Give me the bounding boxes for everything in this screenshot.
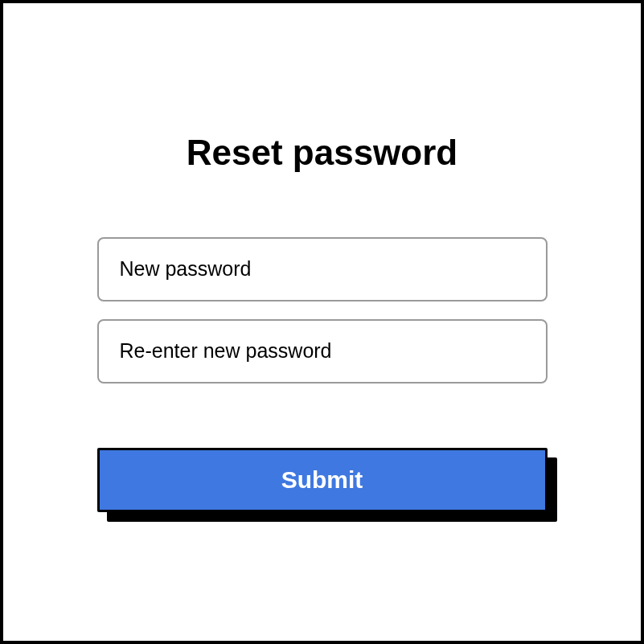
reenter-password-input[interactable] xyxy=(97,319,548,384)
submit-button-wrapper: Submit xyxy=(97,448,548,512)
page-title: Reset password xyxy=(187,133,457,173)
submit-button[interactable]: Submit xyxy=(97,448,548,512)
reset-password-form: Reset password Submit xyxy=(97,133,548,512)
new-password-input[interactable] xyxy=(97,237,548,301)
